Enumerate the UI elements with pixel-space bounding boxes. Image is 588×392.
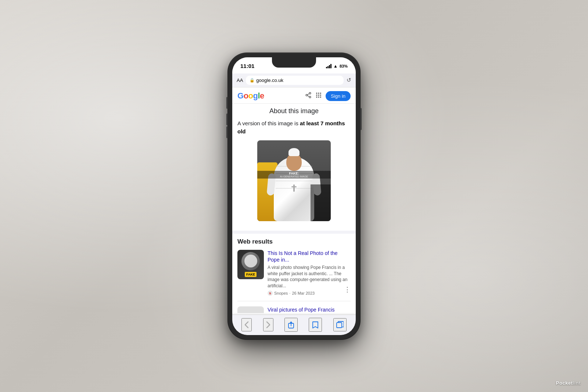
share-icon[interactable]	[305, 92, 312, 100]
phone-mockup: 11:01 ▲ 83% AA 🔒 google.co.uk ↺	[228, 53, 360, 339]
lock-icon: 🔒	[250, 78, 255, 83]
battery-icon: 83%	[340, 64, 348, 68]
google-logo: Google	[237, 91, 264, 101]
page-content: Google	[232, 87, 356, 313]
svg-point-2	[309, 96, 311, 98]
about-title: About this image	[237, 107, 351, 115]
svg-rect-11	[316, 96, 318, 97]
pocketlint-watermark: Pocketlint	[556, 380, 581, 386]
web-results-section: Web results FAKE This Is	[232, 231, 356, 313]
source-date-1: 26 Mar 2023	[292, 291, 315, 295]
phone-notch	[272, 57, 316, 68]
wifi-icon: ▲	[333, 64, 338, 69]
result-content-2: Viral pictures of Pope Francis wearing..…	[268, 306, 351, 313]
result-title-2[interactable]: Viral pictures of Pope Francis wearing..…	[268, 306, 351, 313]
image-preview-inner: FAKE: AI-GENERATED IMAGE	[257, 140, 331, 221]
source-name-1: Snopes	[274, 291, 288, 295]
header-actions: Sign in	[305, 91, 351, 101]
about-section: About this image A version of this image…	[232, 103, 356, 231]
svg-rect-13	[320, 96, 321, 97]
status-icons: ▲ 83%	[326, 64, 348, 69]
google-header: Google	[232, 87, 356, 103]
result-snippet-1: A viral photo showing Pope Francis in a …	[268, 265, 351, 289]
phone-screen: 11:01 ▲ 83% AA 🔒 google.co.uk ↺	[232, 57, 356, 335]
browser-address-bar[interactable]: AA 🔒 google.co.uk ↺	[232, 73, 356, 87]
url-text: google.co.uk	[256, 78, 283, 83]
svg-point-0	[309, 92, 311, 94]
forward-button[interactable]	[263, 318, 273, 331]
svg-rect-6	[318, 93, 319, 94]
reload-button[interactable]: ↺	[347, 77, 351, 83]
grid-icon[interactable]	[315, 92, 322, 100]
svg-rect-8	[316, 94, 318, 96]
signal-strength-icon	[326, 64, 331, 68]
web-results-title: Web results	[237, 238, 351, 245]
sign-in-button[interactable]: Sign in	[326, 91, 351, 101]
ai-label: AI-GENERATED IMAGE	[259, 175, 329, 178]
svg-point-1	[306, 94, 308, 96]
source-separator: ·	[289, 291, 290, 295]
svg-line-3	[308, 96, 309, 97]
bookmarks-button[interactable]	[309, 318, 322, 332]
svg-line-4	[308, 93, 309, 94]
result-thumbnail-1: FAKE	[237, 250, 264, 279]
result-source-1: S Snopes · 26 Mar 2023	[268, 291, 351, 296]
status-time: 11:01	[240, 63, 254, 69]
about-description: A version of this image is at least 7 mo…	[237, 119, 351, 136]
svg-rect-16	[337, 323, 342, 328]
phone-shell: 11:01 ▲ 83% AA 🔒 google.co.uk ↺	[228, 53, 360, 339]
result-item-1[interactable]: FAKE This Is Not a Real Photo of the Pop…	[237, 250, 351, 302]
share-button[interactable]	[284, 318, 298, 332]
result-content-1: This Is Not a Real Photo of the Pope in.…	[268, 250, 351, 296]
fake-badge: FAKE	[245, 272, 257, 277]
url-field[interactable]: 🔒 google.co.uk	[246, 76, 344, 85]
fake-label: FAKE:	[259, 172, 329, 175]
aa-button[interactable]: AA	[237, 78, 243, 83]
result-item-2[interactable]: Viral pictures of Pope Francis wearing..…	[237, 306, 351, 313]
about-text-prefix: A version of this image is	[237, 120, 300, 126]
pocketlint-text: Pocketlint	[556, 380, 581, 386]
svg-rect-9	[318, 94, 319, 96]
svg-rect-12	[318, 96, 319, 97]
svg-rect-5	[316, 93, 318, 94]
svg-rect-7	[320, 93, 321, 94]
result-thumbnail-2	[237, 306, 264, 313]
result-title-1[interactable]: This Is Not a Real Photo of the Pope in.…	[268, 250, 351, 263]
source-icon-1: S	[268, 291, 273, 296]
more-options-button-1[interactable]: ⋮	[344, 285, 351, 294]
back-button[interactable]	[241, 318, 252, 331]
bottom-toolbar	[232, 314, 356, 335]
svg-rect-10	[320, 94, 321, 96]
tabs-button[interactable]	[333, 318, 347, 331]
image-preview: FAKE: AI-GENERATED IMAGE	[257, 140, 331, 221]
